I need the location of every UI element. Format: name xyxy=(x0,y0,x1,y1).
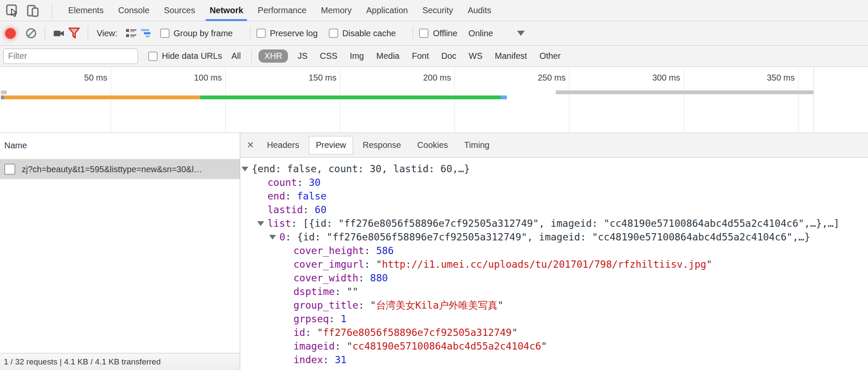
preview-tree-row[interactable]: dsptime: "" xyxy=(240,285,868,298)
offline-checkbox[interactable] xyxy=(419,29,428,38)
main-tab-sources[interactable]: Sources xyxy=(157,0,202,21)
record-button[interactable] xyxy=(5,28,16,39)
capture-screenshots-icon[interactable] xyxy=(51,26,66,41)
preview-tree-row[interactable]: index: 31 xyxy=(240,353,868,367)
json-text: : xyxy=(335,341,347,352)
json-text: : xyxy=(358,300,370,311)
ruler-tick-label: 200 ms xyxy=(387,73,451,83)
detail-tab-preview[interactable]: Preview xyxy=(309,136,353,154)
group-by-frame-toggle[interactable]: Group by frame xyxy=(160,29,233,38)
preview-tree-row[interactable]: {end: false, count: 30, lastid: 60,…} xyxy=(240,162,868,176)
json-quote: " xyxy=(706,259,712,270)
detail-tab-response[interactable]: Response xyxy=(356,136,408,154)
filter-type-manifest[interactable]: Manifest xyxy=(492,49,530,63)
json-key: cover_width xyxy=(293,272,358,283)
json-key: cover_imgurl xyxy=(293,259,364,270)
toolbar-divider-1 xyxy=(45,26,45,40)
main-tab-security[interactable]: Security xyxy=(415,0,460,21)
preview-tree-row[interactable]: list: [{id: "ff276e8056f58896e7cf92505a3… xyxy=(240,217,868,230)
main-tab-audits[interactable]: Audits xyxy=(460,0,499,21)
group-by-frame-checkbox[interactable] xyxy=(160,29,170,38)
main-tab-application[interactable]: Application xyxy=(359,0,415,21)
json-quote: " xyxy=(347,341,353,352)
throttling-select-value[interactable]: Online xyxy=(468,29,493,38)
preview-tree-row[interactable]: imageid: "cc48190e57100864abc4d55a2c4104… xyxy=(240,339,868,353)
waterfall-view-icon[interactable] xyxy=(139,26,154,41)
detail-tab-timing[interactable]: Timing xyxy=(458,136,496,154)
main-tab-memory[interactable]: Memory xyxy=(314,0,359,21)
json-quote: " xyxy=(376,259,382,270)
preview-tree-row[interactable]: 0: {id: "ff276e8056f58896e7cf92505a31274… xyxy=(240,230,868,244)
filter-type-doc[interactable]: Doc xyxy=(439,49,459,63)
device-toolbar-icon[interactable] xyxy=(26,3,40,18)
preserve-log-toggle[interactable]: Preserve log xyxy=(256,29,318,38)
expand-arrow-icon[interactable] xyxy=(257,221,264,226)
list-view-icon[interactable] xyxy=(124,26,139,41)
inspect-element-icon[interactable] xyxy=(5,3,20,18)
json-text: {end: false, count: 30, lastid: 60,…} xyxy=(252,163,470,174)
request-row[interactable]: zj?ch=beauty&t1=595&listtype=new&sn=30&l… xyxy=(0,159,240,179)
filter-type-media[interactable]: Media xyxy=(374,49,402,63)
main-tab-network[interactable]: Network xyxy=(202,0,250,21)
json-string: ff276e8056f58896e7cf92505a312749 xyxy=(323,327,512,338)
preview-tree-row[interactable]: cover_height: 586 xyxy=(240,244,868,257)
hide-data-urls-checkbox[interactable] xyxy=(148,52,158,61)
main-tabs: ElementsConsoleSourcesNetworkPerformance… xyxy=(61,0,498,21)
ruler-tick-label: 300 ms xyxy=(616,73,680,83)
preview-tree-row[interactable]: id: "ff276e8056f58896e7cf92505a312749" xyxy=(240,326,868,339)
ruler-tick-label: 150 ms xyxy=(273,73,336,83)
filter-input[interactable] xyxy=(3,49,138,64)
ruler-gridline xyxy=(111,67,111,133)
filter-type-all[interactable]: All xyxy=(229,49,243,63)
preview-tree-row[interactable]: group_title: "台湾美女Kila户外唯美写真" xyxy=(240,298,868,312)
json-number: false xyxy=(297,191,326,202)
disable-cache-toggle[interactable]: Disable cache xyxy=(329,29,396,38)
preview-tree-row[interactable]: count: 30 xyxy=(240,176,868,189)
filter-type-img[interactable]: Img xyxy=(347,49,366,63)
request-row-name: zj?ch=beauty&t1=595&listtype=new&sn=30&l… xyxy=(22,165,202,174)
expand-arrow-icon[interactable] xyxy=(269,235,276,240)
json-number: 31 xyxy=(335,354,347,365)
filter-type-other[interactable]: Other xyxy=(537,49,563,63)
preview-tree-row[interactable]: cover_width: 880 xyxy=(240,271,868,285)
preserve-log-checkbox[interactable] xyxy=(256,29,266,38)
filter-bar: Hide data URLs AllXHRJSCSSImgMediaFontDo… xyxy=(0,46,868,67)
throttling-dropdown-arrow-icon[interactable] xyxy=(517,31,525,36)
clear-icon[interactable] xyxy=(23,26,39,41)
detail-tab-headers[interactable]: Headers xyxy=(261,136,306,154)
expand-arrow-icon[interactable] xyxy=(241,167,248,171)
filter-type-js[interactable]: JS xyxy=(295,49,310,63)
json-key: list xyxy=(267,218,291,229)
devtools-window: ElementsConsoleSourcesNetworkPerformance… xyxy=(0,0,868,370)
hide-data-urls-toggle[interactable]: Hide data URLs xyxy=(148,51,222,61)
request-row-checkbox[interactable] xyxy=(4,164,15,175)
main-tab-console[interactable]: Console xyxy=(111,0,156,21)
preview-tree-row[interactable]: lastid: 60 xyxy=(240,203,868,217)
filter-funnel-icon[interactable] xyxy=(66,26,82,41)
detail-tabs: HeadersPreviewResponseCookiesTiming xyxy=(261,136,499,154)
filter-type-css[interactable]: CSS xyxy=(317,49,340,63)
json-text: : xyxy=(358,272,370,283)
filter-type-font[interactable]: Font xyxy=(409,49,431,63)
detail-tab-cookies[interactable]: Cookies xyxy=(411,136,454,154)
json-text: : xyxy=(323,354,335,365)
preview-tree-row[interactable]: grpseq: 1 xyxy=(240,312,868,326)
name-column-header[interactable]: Name xyxy=(0,133,240,159)
json-key: imageid xyxy=(293,341,335,352)
main-tab-performance[interactable]: Performance xyxy=(250,0,314,21)
filter-type-xhr[interactable]: XHR xyxy=(259,49,287,63)
disable-cache-checkbox[interactable] xyxy=(329,29,338,38)
preview-tree-row[interactable]: end: false xyxy=(240,189,868,203)
filter-type-ws[interactable]: WS xyxy=(466,49,485,63)
network-main-area: Name zj?ch=beauty&t1=595&listtype=new&sn… xyxy=(0,133,868,370)
timeline-overview[interactable]: 50 ms100 ms150 ms200 ms250 ms300 ms350 m… xyxy=(0,67,868,133)
json-quote: " xyxy=(497,300,503,311)
overview-bar-waiting xyxy=(4,95,200,99)
offline-toggle[interactable]: Offline xyxy=(419,29,457,38)
preview-tree-row[interactable]: cover_imgurl: "http://i1.umei.cc/uploads… xyxy=(240,257,868,271)
close-details-icon[interactable]: × xyxy=(247,139,254,151)
json-key: grpseq xyxy=(293,313,329,324)
main-tab-elements[interactable]: Elements xyxy=(61,0,111,21)
ruler-tick-label: 250 ms xyxy=(502,73,566,83)
json-key: count xyxy=(267,177,297,188)
